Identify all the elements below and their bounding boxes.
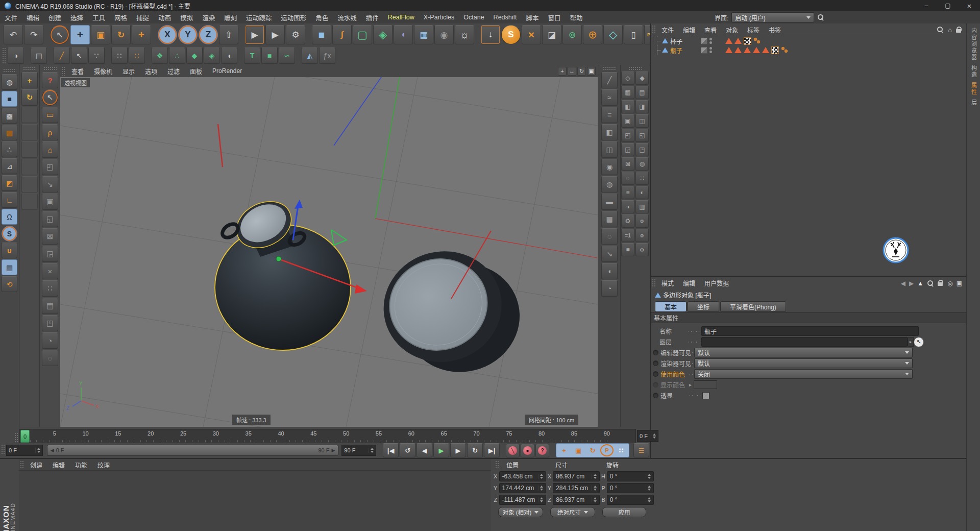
- tool-icon[interactable]: ◱: [635, 129, 649, 142]
- menu-item[interactable]: 动画: [154, 13, 176, 22]
- am-menu-item[interactable]: 模式: [657, 279, 678, 287]
- gear-icon[interactable]: ⚙: [635, 214, 649, 228]
- workplane-mode-icon[interactable]: ▦: [2, 125, 17, 140]
- render-view-icon[interactable]: ▶: [245, 25, 264, 44]
- empty-slot[interactable]: [21, 107, 38, 123]
- object-tag-icon[interactable]: [744, 37, 751, 45]
- size-z-field[interactable]: 86.937 cm: [553, 495, 600, 505]
- vdb-mesher-icon[interactable]: ◇: [603, 25, 623, 44]
- tool-icon[interactable]: ◧: [621, 100, 634, 113]
- key-radio[interactable]: [653, 393, 658, 398]
- om-menu-item[interactable]: 书签: [764, 26, 786, 34]
- am-menu-item[interactable]: 用户数据: [700, 279, 733, 287]
- material-menu-item[interactable]: 创建: [25, 461, 47, 469]
- toolbar-grip[interactable]: [652, 279, 656, 287]
- spline-pen-icon[interactable]: ʃ: [332, 25, 352, 44]
- toolbar-grip[interactable]: [14, 432, 18, 443]
- rectangle-selection-icon[interactable]: ▭: [42, 107, 58, 123]
- redo-icon[interactable]: ↷: [24, 25, 43, 44]
- live-selection-icon[interactable]: ↖: [50, 25, 69, 44]
- menu-item[interactable]: 插件: [361, 13, 383, 22]
- display-color-swatch[interactable]: [694, 380, 717, 389]
- object-tag-icon[interactable]: [725, 38, 732, 44]
- stamp-icon[interactable]: ◉: [601, 159, 618, 175]
- axis-lock-z-icon[interactable]: Z: [199, 25, 218, 44]
- sculpt-wave-icon[interactable]: ≈: [601, 89, 618, 106]
- workplane-lock-icon[interactable]: ▦: [2, 259, 17, 275]
- dock-tab[interactable]: 层: [970, 100, 978, 106]
- grid-cage-icon[interactable]: ▦: [601, 211, 618, 227]
- flatten-icon[interactable]: ▬: [601, 194, 618, 210]
- cube-edit-icon[interactable]: ◧: [601, 124, 618, 140]
- knife-icon[interactable]: ╱: [601, 72, 618, 88]
- empty-slot[interactable]: [21, 176, 38, 192]
- texture-mode-icon[interactable]: ▩: [2, 108, 17, 124]
- tool-icon[interactable]: ∷: [635, 172, 649, 185]
- mirror-icon[interactable]: ◫: [601, 141, 618, 158]
- scale-tool-icon[interactable]: ▣: [91, 25, 110, 44]
- tool-icon[interactable]: ◇: [621, 71, 634, 85]
- viewport-menu-item[interactable]: 查看: [66, 67, 89, 76]
- modeling-tool-icon[interactable]: ∷: [42, 280, 58, 297]
- om-menu-item[interactable]: 查看: [700, 26, 721, 34]
- object-tag-icon[interactable]: [725, 47, 732, 53]
- toolbar-grip[interactable]: [23, 66, 36, 70]
- om-menu-item[interactable]: 文件: [657, 26, 678, 34]
- menu-item[interactable]: 窗口: [543, 13, 565, 22]
- field-icon[interactable]: ◖: [394, 25, 413, 44]
- layer-pick-icon[interactable]: ↖: [914, 337, 924, 347]
- viewport-label[interactable]: 透视视图: [61, 78, 90, 87]
- dock-tab[interactable]: 内容浏览器: [970, 28, 978, 61]
- maximize-button[interactable]: ▢: [937, 0, 959, 11]
- brush-icon[interactable]: ≡: [601, 107, 618, 123]
- poly-spheres-icon[interactable]: ∴: [169, 47, 185, 64]
- object-tag-icon[interactable]: [753, 47, 760, 53]
- empty-slot[interactable]: [21, 124, 38, 140]
- object-row-cup[interactable]: 杯子: [651, 36, 967, 45]
- arrow-tool-icon[interactable]: ↘: [601, 246, 618, 262]
- goto-start-icon[interactable]: |◀: [383, 443, 399, 457]
- spline-wrap-icon[interactable]: ∽: [279, 47, 295, 64]
- polygon-selection-icon[interactable]: ⌂: [42, 141, 58, 158]
- axis-lock-y-icon[interactable]: Y: [178, 25, 198, 44]
- modeling-tool-icon[interactable]: ↘: [42, 176, 58, 192]
- object-tag-icon[interactable]: [734, 47, 742, 53]
- plugin-download-icon[interactable]: ↓: [481, 25, 500, 44]
- selection-arrow-icon[interactable]: ↖: [42, 89, 58, 106]
- modeling-tool-icon[interactable]: ◰: [42, 159, 58, 175]
- toolbar-grip[interactable]: [652, 25, 656, 34]
- menu-item[interactable]: 雕刻: [219, 13, 241, 22]
- history-back-icon[interactable]: ◀: [901, 280, 905, 287]
- green-mesh-icon[interactable]: ◈: [204, 47, 220, 64]
- spline-points-icon[interactable]: ∵: [88, 47, 105, 64]
- make-editable-icon[interactable]: ◍: [2, 74, 17, 90]
- object-tag-icon[interactable]: [753, 37, 761, 44]
- object-name[interactable]: 瓶子: [670, 46, 694, 55]
- tool-icon[interactable]: ◫: [635, 114, 649, 128]
- light-icon[interactable]: ☼: [455, 25, 474, 44]
- menu-item[interactable]: 模拟: [176, 13, 198, 22]
- key-radio[interactable]: [653, 350, 658, 355]
- green-cube-icon[interactable]: ◆: [186, 47, 203, 64]
- previous-frame-icon[interactable]: ◀: [416, 443, 432, 457]
- name-input[interactable]: 瓶子: [701, 326, 919, 336]
- object-tag-icon[interactable]: [762, 47, 769, 53]
- render-door-icon[interactable]: ◪: [542, 25, 561, 44]
- loop-icon[interactable]: ↻: [467, 443, 483, 457]
- new-panel-icon[interactable]: ▣: [957, 280, 962, 287]
- menu-item[interactable]: Octane: [459, 14, 488, 21]
- tool-icon[interactable]: ≡: [621, 186, 634, 199]
- rot-b-field[interactable]: 0 °: [607, 495, 654, 505]
- viewport-menu-item[interactable]: 过滤: [162, 67, 185, 76]
- toolbar-grip[interactable]: [43, 66, 57, 70]
- viewport-menu-item[interactable]: ProRender: [207, 67, 247, 75]
- search-icon[interactable]: [927, 280, 934, 287]
- menu-item[interactable]: 角色: [311, 13, 333, 22]
- lock-icon[interactable]: [956, 27, 962, 33]
- key-scale-icon[interactable]: ▣: [572, 444, 585, 456]
- axis-mode-icon[interactable]: ∟: [2, 192, 17, 208]
- viewport-menu-item[interactable]: 选项: [140, 67, 162, 76]
- menu-item[interactable]: 运动图形: [276, 13, 311, 22]
- modeling-tool-icon[interactable]: ◌: [42, 350, 58, 366]
- rot-h-field[interactable]: 0 °: [607, 471, 654, 481]
